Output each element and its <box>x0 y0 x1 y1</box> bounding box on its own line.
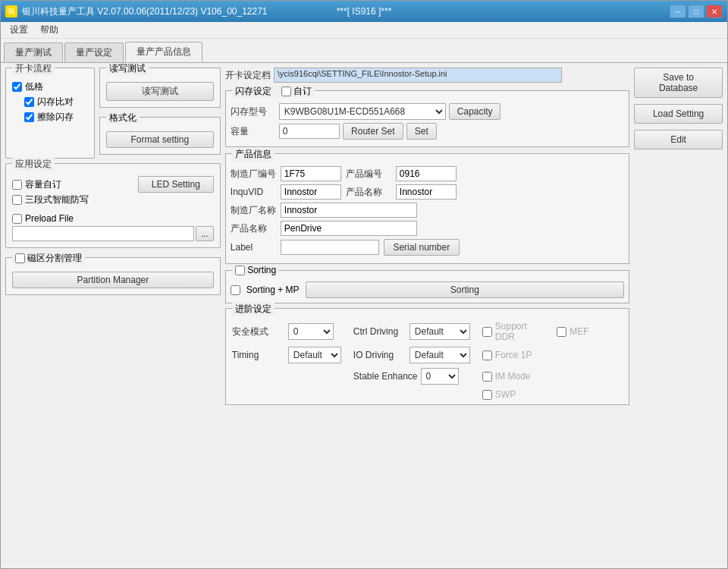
sorting-mp-checkbox[interactable] <box>231 285 240 295</box>
flash-type-select[interactable]: K9WBG08U1M-ECD551A668 <box>279 103 446 120</box>
partition-manager-button[interactable]: Partition Manager <box>12 272 214 288</box>
app-icon: 银 <box>5 5 17 17</box>
label-label: Label <box>231 242 276 253</box>
led-setting-col: LED Setting <box>138 176 214 209</box>
io-driving-select[interactable]: Default <box>410 347 470 363</box>
main-content: 开卡流程 低格 闪存比对 擦除闪存 <box>1 63 727 568</box>
preload-browse-button[interactable]: ... <box>196 226 214 241</box>
preload-file-checkbox[interactable] <box>12 214 22 224</box>
low-format-label: 低格 <box>25 80 43 93</box>
empty-adv-2 <box>232 389 341 400</box>
mfr-id-row: 制造厂编号 产品编号 <box>231 166 624 181</box>
tab-product-info[interactable]: 量产产品信息 <box>125 42 202 62</box>
tab-mass-test[interactable]: 量产测试 <box>4 42 63 62</box>
label-input[interactable] <box>281 240 379 255</box>
inqu-vid-input[interactable] <box>281 184 341 200</box>
sorting-checkbox[interactable] <box>235 266 245 275</box>
three-stage-checkbox[interactable] <box>12 195 22 205</box>
inqu-vid-row: InquVID 产品名称 <box>231 184 624 200</box>
erase-flash-label: 擦除闪存 <box>37 111 74 124</box>
mfr-id-input[interactable] <box>281 166 341 181</box>
minimize-button[interactable]: ─ <box>670 5 686 18</box>
title-bar-left: 银 银川科技量产工具 V2.07.00.06(2011/12/23) V106_… <box>5 5 268 18</box>
capacity-custom-label: 容量自订 <box>25 178 61 191</box>
swp-row: SWP <box>482 389 623 400</box>
flash-type-row: 闪存型号 K9WBG08U1M-ECD551A668 Capacity 容量 R… <box>231 103 624 140</box>
safe-mode-select[interactable]: 0 <box>288 323 334 340</box>
flash-type-label: 闪存型号 <box>231 105 276 118</box>
product-name-label: 产品名称 <box>346 186 391 199</box>
main-window: 银 银川科技量产工具 V2.07.00.06(2011/12/23) V106_… <box>0 0 728 569</box>
flash-compare-checkbox[interactable] <box>24 97 34 107</box>
force-1p-checkbox[interactable] <box>482 351 492 360</box>
ctrl-driving-label: Ctrl Driving <box>353 326 406 337</box>
ctrl-driving-row: Ctrl Driving Default <box>353 321 470 342</box>
im-mode-checkbox[interactable] <box>482 372 492 382</box>
partition-title: 磁区分割管理 <box>12 252 85 265</box>
capacity-button[interactable]: Capacity <box>449 103 501 120</box>
product-name-input[interactable] <box>396 184 457 200</box>
product-name2-input[interactable] <box>281 221 417 236</box>
product-id-label: 产品编号 <box>346 168 391 181</box>
ctrl-driving-select[interactable]: Default <box>410 323 470 340</box>
timing-select[interactable]: Default <box>288 347 341 363</box>
router-set-button[interactable]: Router Set <box>343 123 403 140</box>
flash-custom-label: 自订 <box>293 86 312 96</box>
menu-bar: 设置 帮助 <box>1 22 727 39</box>
support-ddr-checkbox[interactable] <box>482 327 492 337</box>
stable-enhance-select[interactable]: 0 <box>421 368 459 385</box>
serial-number-button[interactable]: Serial number <box>384 239 460 256</box>
tab-mass-settings[interactable]: 量产设定 <box>64 42 124 62</box>
mfr-id-label: 制造厂编号 <box>231 168 276 181</box>
save-database-button[interactable]: Save to Database <box>634 68 723 98</box>
empty-adv-1 <box>232 368 341 385</box>
load-setting-button[interactable]: Load Setting <box>634 104 723 124</box>
io-driving-row: IO Driving Default <box>353 347 470 363</box>
partition-checkbox[interactable] <box>15 253 25 263</box>
sorting-group: Sorting Sorting + MP Sorting <box>225 270 629 303</box>
erase-flash-checkbox[interactable] <box>24 112 34 122</box>
force-1p-label: Force 1P <box>495 350 548 360</box>
flash-setting-group: 闪存设定 自订 闪存型号 K9WBG08U1M-ECD551A668 Capac… <box>225 90 629 147</box>
edit-button[interactable]: Edit <box>634 130 723 149</box>
capacity-custom-checkbox[interactable] <box>12 180 22 190</box>
mfr-name-row: 制造厂名称 <box>231 203 624 218</box>
support-ddr-label: Support DDR <box>495 321 548 342</box>
three-stage-label: 三段式智能防写 <box>25 193 89 206</box>
preload-file-label: Preload File <box>25 213 74 224</box>
flash-custom-checkbox[interactable] <box>281 86 291 96</box>
flash-file-input[interactable]: \ycis916cqi\SETTING_FILE\Innostor-Setup.… <box>274 68 562 83</box>
product-id-input[interactable] <box>396 166 457 181</box>
stable-enhance-label: Stable Enhance <box>353 371 418 382</box>
mef-checkbox[interactable] <box>557 327 566 337</box>
title-bar: 银 银川科技量产工具 V2.07.00.06(2011/12/23) V106_… <box>1 1 727 22</box>
product-info-title: 产品信息 <box>232 148 275 161</box>
erase-flash-row: 擦除闪存 <box>24 111 88 124</box>
set-button[interactable]: Set <box>406 123 437 140</box>
mfr-name-input[interactable] <box>281 203 417 218</box>
three-stage-row: 三段式智能防写 <box>12 193 132 206</box>
sorting-button[interactable]: Sorting <box>306 281 625 298</box>
sorting-title: Sorting <box>232 265 279 275</box>
menu-help[interactable]: 帮助 <box>34 22 64 38</box>
swp-checkbox[interactable] <box>482 390 492 400</box>
maximize-button[interactable]: □ <box>688 5 704 18</box>
file-row: 开卡设定档 \ycis916cqi\SETTING_FILE\Innostor-… <box>225 68 629 83</box>
product-name2-row: 产品名称 <box>231 221 624 236</box>
close-button[interactable]: ✕ <box>706 5 723 18</box>
format-setting-button[interactable]: Format setting <box>106 131 214 148</box>
rw-test-button[interactable]: 读写测试 <box>106 82 214 101</box>
capacity-input[interactable] <box>279 124 340 139</box>
format-group: 格式化 Format setting <box>99 117 221 155</box>
led-setting-button[interactable]: LED Setting <box>138 176 214 193</box>
stable-enhance-row: Stable Enhance 0 <box>353 368 470 385</box>
preload-file-row: Preload File <box>12 213 214 224</box>
low-format-checkbox[interactable] <box>12 82 22 92</box>
window-title: 银川科技量产工具 V2.07.00.06(2011/12/23) V106_00… <box>22 5 268 18</box>
advanced-grid: 安全模式 0 Ctrl Driving Default Support DDR <box>232 321 623 400</box>
flash-model-row: 闪存型号 K9WBG08U1M-ECD551A668 Capacity <box>231 103 624 120</box>
format-title: 格式化 <box>106 112 140 124</box>
preload-input[interactable] <box>12 226 194 241</box>
rw-test-title: 读写测试 <box>106 63 149 75</box>
menu-settings[interactable]: 设置 <box>4 22 34 38</box>
